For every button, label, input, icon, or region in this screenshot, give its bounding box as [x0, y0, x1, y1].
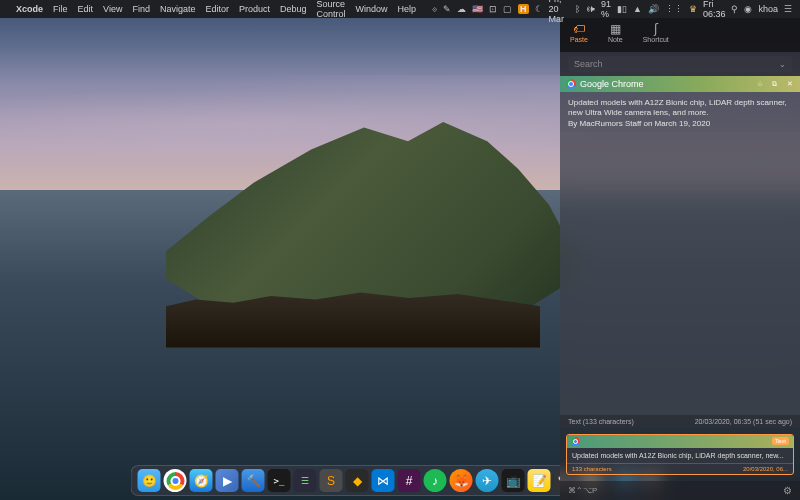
menu-view[interactable]: View: [103, 4, 122, 14]
clipboard-preview-card: Google Chrome ☆ ⧉ ✕ Updated models with …: [560, 76, 800, 428]
bluetooth-icon[interactable]: ᛒ: [575, 4, 580, 14]
tab-label: Shortcut: [643, 36, 669, 43]
history-item[interactable]: Text Updated models with A12Z Bionic chi…: [566, 434, 794, 475]
status-icon[interactable]: ⟐: [432, 4, 437, 14]
crown-icon[interactable]: ♛: [689, 4, 697, 14]
airplay-icon[interactable]: ▲: [633, 4, 642, 14]
gear-icon[interactable]: ⚙: [783, 485, 792, 496]
card-source-app: Google Chrome: [580, 79, 644, 89]
app-menu[interactable]: Xcode: [16, 4, 43, 14]
chrome-icon: [571, 437, 580, 446]
panel-tabs: 🏷 Paste ▦ Note ʃ Shortcut: [560, 18, 800, 52]
grid-icon: ▦: [610, 23, 621, 35]
menu-window[interactable]: Window: [356, 4, 388, 14]
search-input[interactable]: [568, 56, 792, 72]
star-icon[interactable]: ☆: [755, 80, 764, 89]
dock-chrome[interactable]: [164, 469, 187, 492]
screenshot-icon[interactable]: ⊡: [489, 4, 497, 14]
tab-label: Note: [608, 36, 623, 43]
card-footer-right: 20/03/2020, 06:35 (51 sec ago): [695, 418, 792, 425]
notification-center-icon[interactable]: ☰: [784, 4, 792, 14]
panel-search: ⌄: [560, 52, 800, 76]
card-text-line1: Updated models with A12Z Bionic chip, Li…: [568, 98, 792, 119]
dock-notes[interactable]: 📝: [528, 469, 551, 492]
do-not-disturb-icon[interactable]: ☾: [535, 4, 543, 14]
history-chars: 133 characters: [572, 466, 612, 472]
flag-icon[interactable]: 🇺🇸: [472, 4, 483, 14]
chevron-down-icon[interactable]: ⌄: [779, 60, 786, 69]
evernote-icon[interactable]: ✎: [443, 4, 451, 14]
dock-vscode[interactable]: ⋈: [372, 469, 395, 492]
dock-xcode[interactable]: 🔨: [242, 469, 265, 492]
menu-edit[interactable]: Edit: [78, 4, 94, 14]
history-footer: 133 characters 20/03/2020, 06...: [567, 463, 793, 474]
dock-app[interactable]: ☰: [294, 469, 317, 492]
dock-safari[interactable]: 🧭: [190, 469, 213, 492]
card-text-line2: By MacRumors Staff on March 19, 2020: [568, 119, 792, 129]
cloud-icon[interactable]: ☁: [457, 4, 466, 14]
dock-slack[interactable]: #: [398, 469, 421, 492]
card-body: Updated models with A12Z Bionic chip, Li…: [560, 92, 800, 415]
card-footer: Text (133 characters) 20/03/2020, 06:35 …: [560, 415, 800, 428]
panel-shortcut: ⌘⌃⌥P: [568, 486, 597, 495]
tab-note[interactable]: ▦ Note: [604, 22, 627, 44]
history-header: Text: [567, 435, 793, 448]
menu-navigate[interactable]: Navigate: [160, 4, 196, 14]
display-icon[interactable]: ▢: [503, 4, 512, 14]
siri-icon[interactable]: ◉: [744, 4, 752, 14]
menu-file[interactable]: File: [53, 4, 68, 14]
clipboard-history: Text Updated models with A12Z Bionic chi…: [560, 428, 800, 481]
dock-terminal[interactable]: >_: [268, 469, 291, 492]
sound-icon[interactable]: 🕪: [586, 4, 595, 14]
dock-finder[interactable]: 🙂: [138, 469, 161, 492]
menubar-clock[interactable]: Fri 06:36: [703, 0, 726, 19]
dock-telegram[interactable]: ✈: [476, 469, 499, 492]
card-header: Google Chrome ☆ ⧉ ✕: [560, 76, 800, 92]
menu-help[interactable]: Help: [398, 4, 417, 14]
type-badge: Text: [772, 437, 789, 445]
dock-spotify[interactable]: ♪: [424, 469, 447, 492]
copy-icon[interactable]: ⧉: [770, 80, 779, 89]
dock-firefox[interactable]: 🦊: [450, 469, 473, 492]
tab-shortcut[interactable]: ʃ Shortcut: [639, 22, 673, 44]
delete-icon[interactable]: ✕: [785, 80, 794, 89]
history-time: 20/03/2020, 06...: [743, 466, 788, 472]
clipboard-panel: 🏷 Paste ▦ Note ʃ Shortcut ⌄ Google Chrom…: [560, 18, 800, 500]
panel-footer: ⌘⌃⌥P ⚙: [560, 481, 800, 500]
dock-app[interactable]: ▶: [216, 469, 239, 492]
dock-appletv[interactable]: 📺: [502, 469, 525, 492]
battery-icon[interactable]: ▮▯: [617, 4, 627, 14]
menubar-user[interactable]: khoa: [758, 4, 778, 14]
menu-find[interactable]: Find: [132, 4, 150, 14]
shortcut-icon: ʃ: [654, 23, 658, 35]
battery-percent[interactable]: 91 %: [601, 0, 611, 19]
tab-paste[interactable]: 🏷 Paste: [566, 22, 592, 44]
volume-icon[interactable]: 🔊: [648, 4, 659, 14]
menu-editor[interactable]: Editor: [205, 4, 229, 14]
history-body: Updated models with A12Z Bionic chip, Li…: [567, 448, 793, 463]
tag-icon: 🏷: [573, 23, 585, 35]
h-icon[interactable]: H: [518, 4, 529, 14]
menubar-date[interactable]: Fri, 20 Mar: [549, 0, 569, 24]
menu-source-control[interactable]: Source Control: [317, 0, 346, 19]
dock-sublime[interactable]: S: [320, 469, 343, 492]
spotlight-icon[interactable]: ⚲: [731, 4, 738, 14]
dock-sketch[interactable]: ◆: [346, 469, 369, 492]
wifi-icon[interactable]: ⋮⋮: [665, 4, 683, 14]
tab-label: Paste: [570, 36, 588, 43]
menu-product[interactable]: Product: [239, 4, 270, 14]
menu-debug[interactable]: Debug: [280, 4, 307, 14]
card-footer-left: Text (133 characters): [568, 418, 634, 425]
menubar: Xcode File Edit View Find Navigate Edito…: [0, 0, 800, 18]
chrome-icon: [566, 79, 576, 89]
